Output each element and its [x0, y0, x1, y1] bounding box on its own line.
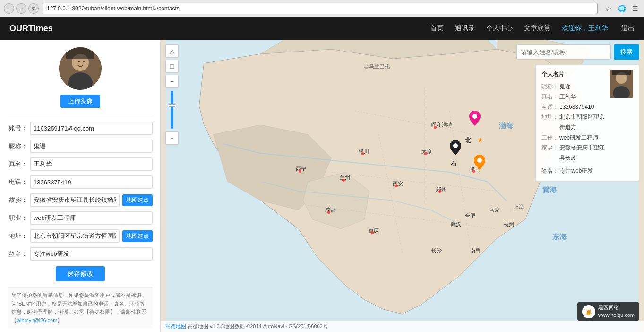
dot-lanzhou: [342, 179, 345, 182]
info-card-title: 个人名片: [541, 70, 605, 80]
city-nanjing: 南京: [489, 206, 500, 213]
address-input[interactable]: [30, 229, 120, 243]
city-shijiazhuang-label: 石: [451, 159, 457, 168]
pin-jinan: [474, 155, 485, 171]
phone-label: 电话：: [8, 178, 27, 186]
avatar-section: 上传头像: [8, 47, 153, 114]
nickname-row: 昵称：: [8, 140, 153, 153]
realname-input[interactable]: [30, 157, 153, 171]
back-button[interactable]: ←: [4, 3, 14, 14]
info-nickname-label: 昵称：: [541, 82, 558, 92]
city-xian: 西安: [393, 180, 403, 187]
sea-bohai: 渤海: [499, 122, 513, 131]
sidebar: 上传头像 账号： 昵称： 真名： 电话： 故乡： 地图选点: [0, 40, 161, 332]
address-row: 地址： 地图选点: [8, 229, 153, 243]
info-nickname-row: 昵称： 鬼谣: [541, 82, 605, 92]
forward-button[interactable]: →: [16, 3, 26, 14]
svg-point-13: [472, 114, 477, 119]
address-bar[interactable]: [43, 3, 598, 14]
star-marker: ★: [477, 136, 483, 144]
navigate-icon[interactable]: △: [165, 44, 179, 58]
browser-chrome: ← → ↻ ☆ 🌐 ☰: [0, 0, 644, 17]
search-input[interactable]: [516, 44, 611, 60]
nav-links: 首页 通讯录 个人中心 文章欣赏 欢迎你，王利华 退出: [430, 24, 635, 33]
zoom-in-button[interactable]: +: [165, 75, 179, 88]
map-provider-link[interactable]: 高德地图: [165, 323, 186, 329]
nav-profile[interactable]: 个人中心: [486, 24, 513, 33]
browser-icons: ☆ 🌐 ☰: [603, 3, 640, 14]
account-input[interactable]: [30, 122, 153, 135]
info-card-content: 个人名片 昵称： 鬼谣 真名： 王利华 电话： 13263375410 地址： …: [541, 70, 605, 176]
bookmark-icon[interactable]: ☆: [603, 3, 614, 14]
city-shanghai: 上海: [514, 203, 524, 210]
job-label: 职业：: [8, 214, 27, 222]
site-logo: OURTimes: [9, 24, 104, 34]
city-wuhan: 武汉: [451, 221, 461, 228]
menu-icon[interactable]: ☰: [630, 3, 640, 14]
signature-label: 签名：: [8, 250, 27, 258]
city-hefei: 合肥: [465, 212, 475, 219]
globe-icon[interactable]: 🌐: [617, 3, 627, 14]
phone-row: 电话：: [8, 175, 153, 189]
zoom-handle[interactable]: [169, 104, 175, 107]
zoom-out-button[interactable]: -: [165, 131, 179, 145]
city-nanchang: 南昌: [470, 247, 481, 254]
info-card: 个人名片 昵称： 鬼谣 真名： 王利华 电话： 13263375410 地址： …: [535, 64, 639, 182]
info-signature-value: 专注web研发: [560, 167, 593, 174]
info-address-label: 地址：: [541, 112, 558, 132]
signature-input[interactable]: [30, 247, 153, 261]
job-row: 职业：: [8, 211, 153, 225]
svg-point-4: [83, 61, 85, 62]
info-signature-label: 签名：: [541, 167, 558, 174]
info-realname-row: 真名： 王利华: [541, 92, 605, 102]
realname-row: 真名：: [8, 157, 153, 171]
dot-xining: [299, 170, 301, 173]
upload-avatar-button[interactable]: 上传头像: [60, 95, 100, 108]
main-layout: 上传头像 账号： 昵称： 真名： 电话： 故乡： 地图选点: [0, 40, 644, 332]
dot-chongqing: [371, 231, 374, 234]
svg-rect-5: [66, 47, 94, 59]
pin-shijiazhuang: [450, 140, 461, 157]
search-button[interactable]: 搜索: [614, 44, 639, 60]
zoom-slider[interactable]: [171, 91, 173, 129]
nav-home[interactable]: 首页: [430, 24, 444, 33]
dot-yinchuan: [361, 152, 364, 155]
refresh-button[interactable]: ↻: [28, 3, 39, 14]
account-label: 账号：: [8, 124, 27, 132]
dot-taiyuan: [424, 152, 427, 155]
info-realname-label: 真名：: [541, 92, 558, 102]
hometown-map-button[interactable]: 地图选点: [122, 194, 153, 206]
nickname-input[interactable]: [30, 140, 153, 153]
nav-logout[interactable]: 退出: [621, 24, 635, 33]
info-phone-row: 电话： 13263375410: [541, 102, 605, 113]
phone-input[interactable]: [30, 175, 153, 189]
privacy-notice: 为了保护您的敏感信息，如果您是游客用户或者不是标识为"BEN"的用户，您是无法增…: [8, 287, 153, 328]
privacy-email[interactable]: wlhmyit@i26.com: [17, 317, 57, 323]
job-input[interactable]: [30, 211, 153, 225]
browser-nav-buttons: ← → ↻: [4, 3, 39, 14]
sea-yellow: 黄海: [542, 186, 557, 195]
sea-east: 东海: [552, 233, 567, 242]
info-job-label: 工作：: [541, 133, 558, 143]
svg-rect-19: [612, 70, 631, 75]
watermark-url: www.heiqu.com: [598, 312, 635, 319]
nav-articles[interactable]: 文章欣赏: [524, 24, 550, 33]
city-wulanbaotu: ◎乌兰巴托: [364, 63, 390, 70]
info-hometown-value: 安徽省安庆市望江县长岭: [559, 143, 605, 163]
hometown-row: 故乡： 地图选点: [8, 193, 153, 207]
svg-point-3: [78, 61, 80, 62]
layer-icon[interactable]: □: [165, 60, 179, 73]
address-map-button[interactable]: 地图选点: [122, 230, 153, 242]
save-button[interactable]: 保存修改: [56, 266, 105, 281]
address-label: 地址：: [8, 232, 27, 240]
city-hangzhou: 杭州: [504, 221, 514, 228]
info-realname-value: 王利华: [559, 92, 576, 102]
save-row: 保存修改: [8, 266, 153, 281]
privacy-text: 为了保护您的敏感信息，如果您是游客用户或者不是标识为"BEN"的用户，您是无法增…: [11, 292, 146, 315]
info-hometown-row: 家乡： 安徽省安庆市望江县长岭: [541, 143, 605, 163]
pin-beijing: [469, 111, 481, 127]
map-controls: △ □ + -: [165, 44, 179, 145]
watermark-name: 黑区网络: [598, 304, 635, 311]
nav-contacts[interactable]: 通讯录: [455, 24, 475, 33]
hometown-input[interactable]: [30, 193, 120, 207]
